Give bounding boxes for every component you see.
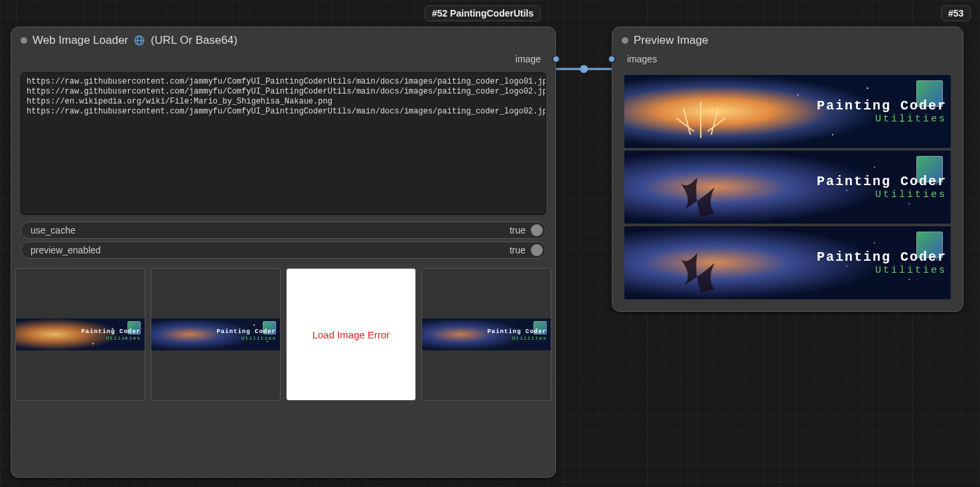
node-header[interactable]: Web Image Loader (URL Or Base64) xyxy=(11,27,555,52)
param-value: true xyxy=(510,225,525,236)
param-use-cache[interactable]: use_cache true xyxy=(21,222,546,239)
input-port-label: images xyxy=(623,54,661,64)
param-label: use_cache xyxy=(31,225,76,236)
banner-title: Painting Coder xyxy=(81,328,141,335)
preview-banner[interactable]: Painting Coder Utilities xyxy=(624,151,951,224)
node-collapse-dot[interactable] xyxy=(622,37,628,44)
svg-point-13 xyxy=(267,341,268,342)
banner-image: Painting Coder Utilities xyxy=(151,318,280,350)
banner-subtitle: Utilities xyxy=(487,335,547,341)
banner-title: Painting Coder xyxy=(817,249,947,265)
input-port[interactable] xyxy=(608,55,616,63)
node-header[interactable]: Preview Image xyxy=(612,27,963,52)
node-tag-53: #53 xyxy=(941,5,971,21)
preview-banner[interactable]: Painting Coder Utilities xyxy=(624,75,951,148)
error-text: Load Image Error xyxy=(313,329,390,340)
svg-point-22 xyxy=(798,94,799,96)
banner-subtitle: Utilities xyxy=(817,265,947,276)
toggle-handle[interactable] xyxy=(531,244,543,256)
node-title-suffix: (URL Or Base64) xyxy=(151,34,238,47)
thumbnail[interactable]: Painting Coder Utilities xyxy=(151,268,281,401)
preview-image-stack: Painting Coder Utilities Painting Coder … xyxy=(612,68,963,311)
node-tag-52: #52 PaintingCoderUtils xyxy=(425,5,541,21)
param-value: true xyxy=(510,245,525,255)
toggle-handle[interactable] xyxy=(531,224,543,236)
web-image-loader-node[interactable]: Web Image Loader (URL Or Base64) image h… xyxy=(11,27,556,478)
svg-point-1 xyxy=(580,65,588,73)
preview-image-node[interactable]: Preview Image images Painting Coder Util… xyxy=(612,27,963,312)
output-port-label: image xyxy=(512,54,545,64)
banner-subtitle: Utilities xyxy=(81,335,141,341)
banner-image: Painting Coder Utilities xyxy=(422,318,551,350)
banner-image: Painting Coder Utilities xyxy=(16,318,145,350)
banner-title: Painting Coder xyxy=(487,328,547,335)
node-title: Preview Image xyxy=(634,34,708,47)
thumbnail-error[interactable]: Load Image Error xyxy=(286,268,416,401)
svg-point-12 xyxy=(253,324,255,326)
svg-point-18 xyxy=(867,88,869,89)
banner-title: Painting Coder xyxy=(817,98,947,113)
banner-subtitle: Utilities xyxy=(216,335,276,341)
globe-icon xyxy=(133,35,145,46)
banner-title: Painting Coder xyxy=(817,174,947,189)
input-port-row: images xyxy=(612,52,963,68)
param-preview-enabled[interactable]: preview_enabled true xyxy=(21,242,546,259)
node-title-prefix: Web Image Loader xyxy=(33,34,128,47)
svg-point-20 xyxy=(832,134,833,135)
urls-textarea[interactable]: https://raw.githubusercontent.com/jammyf… xyxy=(21,72,546,215)
param-label: preview_enabled xyxy=(31,245,101,255)
svg-point-26 xyxy=(908,203,910,204)
svg-point-9 xyxy=(92,343,94,344)
svg-point-25 xyxy=(874,167,875,168)
thumbnail[interactable]: Painting Coder Utilities xyxy=(421,268,551,401)
banner-subtitle: Utilities xyxy=(817,189,947,200)
output-port[interactable] xyxy=(552,55,560,63)
svg-point-31 xyxy=(874,242,875,244)
node-collapse-dot[interactable] xyxy=(21,37,27,44)
preview-thumbnails: Painting Coder Utilities Painting Coder … xyxy=(11,261,555,407)
connection-wire xyxy=(551,64,617,77)
banner-title: Painting Coder xyxy=(216,328,276,335)
svg-point-32 xyxy=(908,279,910,280)
output-port-row: image xyxy=(11,52,555,68)
thumbnail[interactable]: Painting Coder Utilities xyxy=(15,268,145,401)
banner-subtitle: Utilities xyxy=(817,113,947,125)
preview-banner[interactable]: Painting Coder Utilities xyxy=(624,226,951,299)
